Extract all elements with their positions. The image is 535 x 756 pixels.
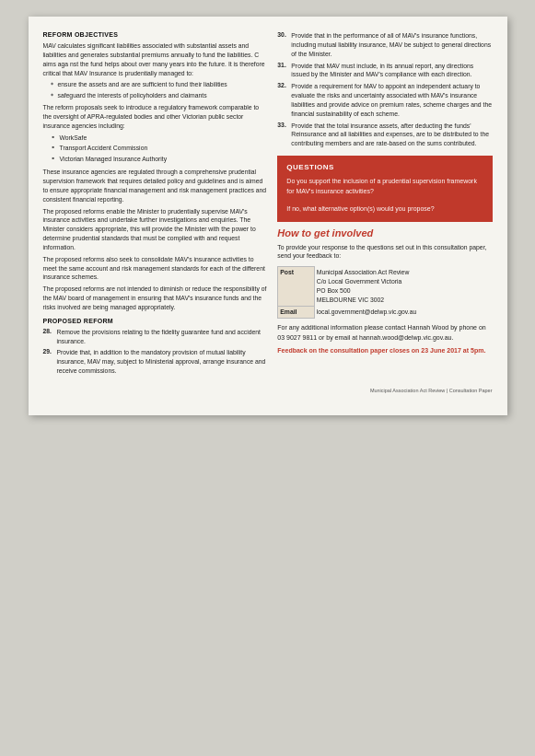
email-label: Email <box>278 307 314 319</box>
post-city: MELBOURNE VIC 3002 <box>317 297 384 303</box>
intro-text: MAV calculates significant liabilities a… <box>43 41 269 77</box>
email-value: local.government@delwp.vic.gov.au <box>314 307 492 319</box>
item-29-num: 29. <box>43 348 54 376</box>
item-30-text: Provide that in the performance of all o… <box>291 31 492 59</box>
post-label: Post <box>278 267 314 307</box>
page: REFORM OBJECTIVES MAV calculates signifi… <box>29 17 507 415</box>
agencies-text: These insurance agencies are regulated t… <box>43 168 269 204</box>
two-column-layout: REFORM OBJECTIVES MAV calculates signifi… <box>43 31 493 378</box>
item-29: 29. Provide that, in addition to the man… <box>43 348 269 376</box>
item-31: 31. Provide that MAV must include, in it… <box>277 62 492 80</box>
agencies-list: WorkSafe Transport Accident Commission V… <box>52 134 269 165</box>
item-28-num: 28. <box>43 328 54 346</box>
item-32: 32. Provide a requirement for MAV to app… <box>277 82 492 118</box>
framework-text: The reform proposals seek to introduce a… <box>43 103 269 131</box>
question-1: Do you support the inclusion of a pruden… <box>286 177 483 196</box>
post-value: Municipal Association Act Review C/o Loc… <box>314 267 492 307</box>
item-28: 28. Remove the provisions relating to th… <box>43 328 269 346</box>
objectives-list: ensure the assets and are are sufficient… <box>51 80 269 100</box>
additional-info: For any additional information please co… <box>277 323 492 343</box>
left-column: REFORM OBJECTIVES MAV calculates signifi… <box>43 31 269 378</box>
item-33: 33. Provide that the total insurance ass… <box>277 122 492 149</box>
right-column: 30. Provide that in the performance of a… <box>277 31 492 378</box>
objective-item-1: ensure the assets and are are sufficient… <box>51 80 269 89</box>
agency-item-2: Transport Accident Commission <box>52 144 269 153</box>
item-30: 30. Provide that in the performance of a… <box>277 31 492 59</box>
post-org: Municipal Association Act Review <box>317 269 410 275</box>
questions-title: QUESTIONS <box>286 163 483 171</box>
item-32-num: 32. <box>277 82 288 118</box>
item-31-num: 31. <box>277 62 288 80</box>
questions-box: QUESTIONS Do you support the inclusion o… <box>277 156 492 222</box>
item-28-text: Remove the provisions relating to the fi… <box>57 328 269 346</box>
question-2: If no, what alternative option(s) would … <box>286 204 483 215</box>
item-32-text: Provide a requirement for MAV to appoint… <box>291 82 492 118</box>
item-33-num: 33. <box>277 122 288 149</box>
how-heading: How to get involved <box>277 227 492 238</box>
footer: Municipal Association Act Review | Consu… <box>43 388 493 393</box>
post-row: Post Municipal Association Act Review C/… <box>278 267 492 307</box>
feedback-highlight: Feedback on the consultation paper close… <box>277 347 485 354</box>
agency-item-3: Victorian Managed Insurance Authority <box>52 155 269 164</box>
item-30-num: 30. <box>277 31 288 59</box>
board-text: The proposed reforms are not intended to… <box>43 285 269 312</box>
agency-item-1: WorkSafe <box>52 134 269 143</box>
post-care-of: C/o Local Government Victoria <box>317 278 401 285</box>
email-row: Email local.government@delwp.vic.gov.au <box>278 307 492 319</box>
minister-text: The proposed reforms enable the Minister… <box>43 207 269 252</box>
item-33-text: Provide that the total insurance assets,… <box>291 122 492 149</box>
reform-objectives-heading: REFORM OBJECTIVES <box>43 31 269 38</box>
how-intro: To provide your response to the question… <box>277 243 492 262</box>
consolidate-text: The proposed reforms also seek to consol… <box>43 255 269 283</box>
proposed-reform-heading: PROPOSED REFORM <box>43 318 269 324</box>
post-box: PO Box 500 <box>317 287 351 294</box>
item-29-text: Provide that, in addition to the mandato… <box>57 348 269 376</box>
objective-item-2: safeguard the interests of policyholders… <box>51 91 269 100</box>
feedback-highlight-wrapper: Feedback on the consultation paper close… <box>277 346 492 356</box>
item-31-text: Provide that MAV must include, in its an… <box>291 62 492 80</box>
contact-table: Post Municipal Association Act Review C/… <box>277 266 492 319</box>
